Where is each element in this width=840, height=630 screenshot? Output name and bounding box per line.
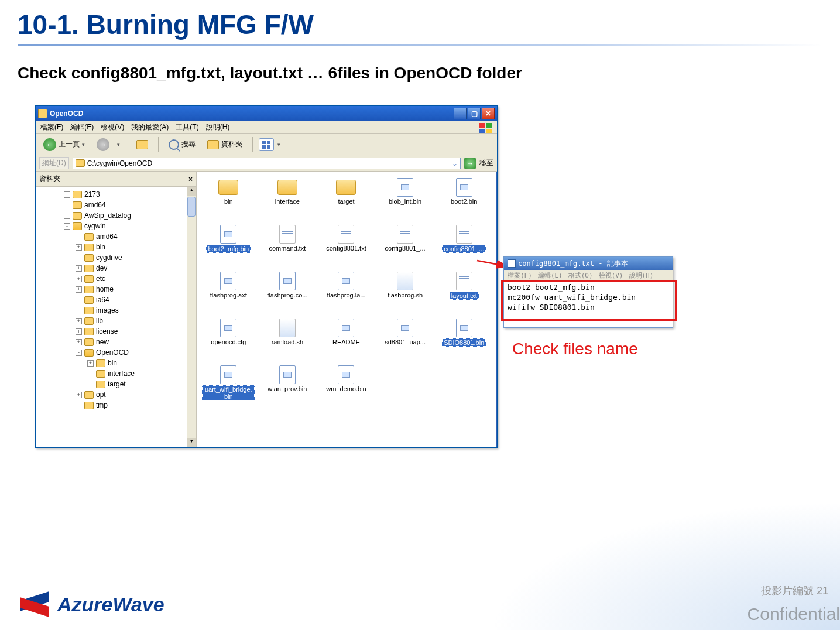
folders-button[interactable]: 資料夾 — [203, 138, 246, 151]
spacer — [76, 402, 82, 409]
file-tile[interactable]: uart_wifi_bridge.bin — [199, 364, 258, 410]
scrollbar[interactable]: ▴ ▾ — [187, 187, 196, 447]
minimize-button[interactable]: _ — [454, 108, 467, 119]
collapse-icon[interactable]: - — [64, 223, 70, 230]
file-tile[interactable]: flashprog.axf — [199, 270, 258, 317]
binary-file-icon — [218, 366, 239, 384]
file-tile[interactable]: flashprog.co... — [258, 270, 317, 317]
tree-node[interactable]: amd64 — [38, 231, 196, 242]
menu-help[interactable]: 說明(H) — [206, 122, 230, 132]
file-tile[interactable]: wlan_prov.bin — [258, 364, 317, 410]
file-tile[interactable]: sd8801_uap... — [376, 317, 435, 364]
chevron-down-icon[interactable]: ▾ — [277, 142, 280, 148]
address-input[interactable]: C:\cygwin\OpenOCD ⌄ — [73, 158, 461, 169]
file-tile[interactable]: boot2.bin — [434, 176, 493, 223]
expand-icon[interactable]: + — [76, 328, 82, 335]
tree-node[interactable]: tmp — [38, 400, 196, 410]
tree-node[interactable]: +AwSip_datalog — [38, 210, 196, 221]
np-menu-file[interactable]: 檔案(F) — [508, 271, 532, 280]
expand-icon[interactable]: + — [76, 244, 82, 251]
file-tile[interactable]: SDIO8801.bin — [434, 317, 493, 364]
tree-node[interactable]: images — [38, 305, 196, 316]
forward-button[interactable]: → — [92, 136, 114, 153]
tree-node[interactable]: +bin — [38, 358, 196, 368]
scroll-thumb[interactable] — [187, 197, 196, 217]
file-tile[interactable]: blob_int.bin — [376, 176, 435, 223]
tree-node[interactable]: +bin — [38, 242, 196, 252]
expand-icon[interactable]: + — [87, 360, 94, 367]
tree-node[interactable]: +etc — [38, 273, 196, 284]
file-tile[interactable]: config8801_... — [376, 223, 435, 270]
forward-arrow-icon: → — [97, 138, 109, 151]
file-tile[interactable]: bin — [199, 176, 258, 223]
explorer-titlebar[interactable]: OpenOCD _ ▢ ✕ — [36, 106, 497, 121]
scroll-track[interactable] — [187, 217, 196, 438]
view-mode-button[interactable] — [259, 138, 274, 151]
tree-node[interactable]: +opt — [38, 389, 196, 400]
search-icon — [169, 139, 179, 150]
go-button[interactable]: → — [464, 158, 476, 169]
file-tile[interactable]: config8801.txt — [317, 223, 376, 270]
np-menu-format[interactable]: 格式(O) — [568, 271, 593, 280]
file-tile[interactable]: README — [317, 317, 376, 364]
np-menu-view[interactable]: 檢視(V) — [599, 271, 623, 280]
file-tile[interactable]: openocd.cfg — [199, 317, 258, 364]
scroll-up-arrow[interactable]: ▴ — [187, 187, 196, 196]
expand-icon[interactable]: + — [64, 191, 70, 198]
tree-node[interactable]: amd64 — [38, 200, 196, 210]
np-menu-edit[interactable]: 編輯(E) — [538, 271, 563, 280]
tree-node[interactable]: +new — [38, 337, 196, 347]
collapse-icon[interactable]: - — [76, 350, 82, 356]
menu-edit[interactable]: 編輯(E) — [70, 122, 94, 132]
notepad-titlebar[interactable]: config8801_mfg.txt - 記事本 — [504, 257, 673, 270]
expand-icon[interactable]: + — [76, 392, 82, 398]
tree-node[interactable]: +license — [38, 326, 196, 337]
file-tile[interactable]: command.txt — [258, 223, 317, 270]
np-menu-help[interactable]: 說明(H) — [629, 271, 654, 280]
file-tile[interactable]: interface — [258, 176, 317, 223]
up-button[interactable]: ↑ — [132, 138, 152, 151]
scroll-down-arrow[interactable]: ▾ — [187, 438, 196, 447]
menu-tools[interactable]: 工具(T) — [176, 122, 198, 132]
file-tile[interactable]: flashprog.la... — [317, 270, 376, 317]
file-tile[interactable]: flashprog.sh — [376, 270, 435, 317]
expand-icon[interactable]: + — [76, 265, 82, 272]
file-tile[interactable]: ramload.sh — [258, 317, 317, 364]
search-button[interactable]: 搜尋 — [164, 138, 200, 152]
tree-node[interactable]: ia64 — [38, 295, 196, 305]
folder-icon — [218, 179, 239, 196]
expand-icon[interactable]: + — [76, 276, 82, 282]
folder-icon — [96, 370, 105, 378]
expand-icon[interactable]: + — [76, 339, 82, 345]
file-tile[interactable]: target — [317, 176, 376, 223]
tree-node[interactable]: +home — [38, 284, 196, 295]
tree-node[interactable]: -OpenOCD — [38, 347, 196, 358]
tree-node[interactable]: +lib — [38, 316, 196, 326]
expand-icon[interactable]: + — [76, 286, 82, 293]
tree-node[interactable]: interface — [38, 368, 196, 379]
menu-view[interactable]: 檢視(V) — [101, 122, 124, 132]
expand-icon[interactable]: + — [76, 318, 82, 324]
maximize-button[interactable]: ▢ — [468, 108, 481, 119]
tree-node[interactable]: -cygwin — [38, 221, 196, 231]
menu-favorites[interactable]: 我的最愛(A) — [131, 122, 169, 132]
close-panel-button[interactable]: × — [188, 175, 193, 183]
file-tile[interactable]: wm_demo.bin — [317, 364, 376, 410]
menu-file[interactable]: 檔案(F) — [40, 122, 63, 132]
close-button[interactable]: ✕ — [482, 108, 495, 119]
tree-node[interactable]: target — [38, 379, 196, 389]
folder-icon — [84, 254, 94, 262]
file-tile[interactable]: config8801_... — [434, 223, 493, 270]
tree-node[interactable]: +2173 — [38, 189, 196, 200]
tree-node[interactable]: cygdrive — [38, 252, 196, 263]
chevron-down-icon[interactable]: ⌄ — [452, 159, 458, 167]
file-list-pane[interactable]: bininterfacetargetblob_int.binboot2.binb… — [197, 172, 497, 447]
file-tile[interactable]: boot2_mfg.bin — [199, 223, 258, 270]
file-tile-label: boot2_mfg.bin — [206, 245, 251, 253]
explorer-title-text: OpenOCD — [50, 109, 83, 118]
file-tile[interactable]: layout.txt — [434, 270, 493, 317]
tree-node[interactable]: +dev — [38, 263, 196, 273]
expand-icon[interactable]: + — [64, 213, 70, 219]
folder-tree[interactable]: +2173amd64+AwSip_datalog-cygwinamd64+bin… — [36, 187, 196, 447]
back-button[interactable]: ← 上一頁 ▾ — [39, 136, 89, 153]
